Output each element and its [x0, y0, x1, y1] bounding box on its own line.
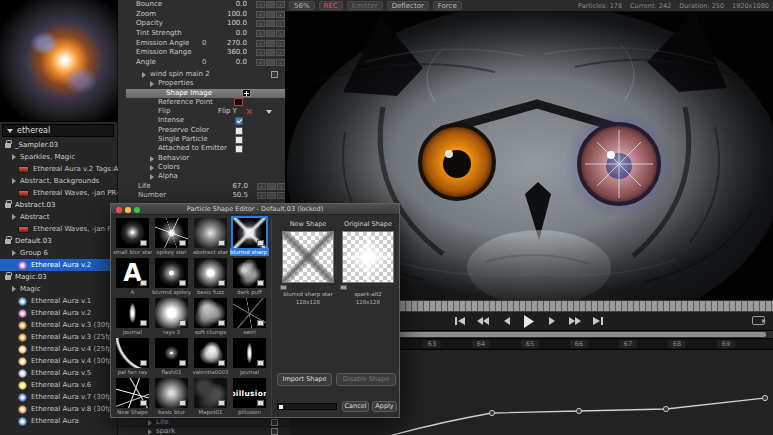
value-stepper[interactable]: ‹›	[256, 59, 285, 66]
value-stepper[interactable]: ‹›	[256, 49, 285, 56]
shape-thumbnail-cell[interactable]: journal	[113, 297, 152, 337]
shape-thumbnail-cell[interactable]: basic fuzz	[191, 257, 230, 297]
tree-group-row[interactable]: Colors	[118, 163, 290, 172]
library-item[interactable]: Ethereal Waves, -jan PR-.	[0, 223, 118, 235]
library-item[interactable]: Ethereal Aura v.2 Tags:Abstract, Mag	[0, 163, 118, 175]
caret-icon[interactable]	[150, 156, 154, 162]
shape-thumbnail-cell[interactable]: rays 3	[152, 297, 191, 337]
library-item[interactable]: Abstract	[0, 211, 118, 223]
tree-group-row[interactable]: Alpha	[118, 172, 290, 181]
property-value[interactable]: 270.0	[227, 39, 247, 49]
library-item[interactable]: Group 6	[0, 247, 118, 259]
shape-image-icon[interactable]	[242, 89, 251, 97]
library-item[interactable]: Magic.03	[0, 271, 118, 283]
library-item[interactable]: Ethereal Aura v.4 (25fps)	[0, 343, 118, 355]
library-item[interactable]: Ethereal Aura v.5	[0, 367, 118, 379]
toolbar-button[interactable]: Emitter	[347, 1, 383, 10]
rewind-button[interactable]	[476, 314, 490, 328]
caret-icon[interactable]	[150, 174, 154, 180]
fast-forward-button[interactable]	[568, 314, 582, 328]
properties-node[interactable]: Properties	[118, 79, 290, 88]
shape-thumbnail-cell[interactable]: Mapet01	[191, 377, 230, 417]
caret-icon[interactable]	[148, 429, 152, 435]
shape-thumbnail-cell[interactable]: soft clumps	[191, 297, 230, 337]
maximize-icon[interactable]	[134, 207, 140, 213]
shape-thumbnail-cell[interactable]: valentia0003	[191, 337, 230, 377]
library-item[interactable]: Ethereal Aura v.8 (30fps)	[0, 403, 118, 415]
loop-button[interactable]	[752, 316, 765, 325]
library-item[interactable]: Ethereal Aura v.1	[0, 295, 118, 307]
library-item[interactable]: Sparkles, Magic	[0, 151, 118, 163]
shape-image-row[interactable]: Shape Image	[126, 89, 290, 98]
zoom-level-button[interactable]: 56%	[289, 1, 315, 10]
caret-icon[interactable]	[142, 72, 146, 78]
library-item[interactable]: Ethereal Aura v.3 (25fps)	[0, 331, 118, 343]
record-button[interactable]: REC	[319, 1, 343, 10]
shape-thumbnail-cell[interactable]: flash01	[152, 337, 191, 377]
property-value[interactable]: 360.0	[227, 48, 247, 58]
property-value[interactable]: 100.0	[227, 19, 247, 29]
caret-icon[interactable]	[150, 165, 154, 171]
graph-keyframe-point[interactable]	[576, 408, 581, 413]
graph-keyframe-point[interactable]	[663, 406, 668, 411]
shape-thumbnail-cell[interactable]: A A	[113, 257, 152, 297]
property-value[interactable]: 0.0	[236, 0, 247, 10]
value-stepper[interactable]: ‹›	[256, 30, 285, 37]
play-button[interactable]	[522, 314, 536, 328]
checkbox[interactable]	[235, 127, 243, 135]
shape-thumbnail-cell[interactable]: spikey star	[152, 217, 191, 257]
library-item[interactable]: Abstract.03	[0, 199, 118, 211]
graph-keyframe-point[interactable]	[762, 395, 767, 400]
value-stepper[interactable]: ‹›	[256, 20, 285, 27]
minimize-icon[interactable]	[125, 207, 131, 213]
dialog-titlebar[interactable]: Particle Shape Editor - Default.03 (lock…	[111, 204, 399, 215]
go-to-start-button[interactable]	[453, 314, 467, 328]
emitter-node[interactable]: wind spin main 2	[118, 70, 290, 79]
shape-thumbnail-cell[interactable]: blurred spikey star	[152, 257, 191, 297]
shape-thumbnail-cell[interactable]: swirl	[230, 297, 269, 337]
shape-thumbnail-cell[interactable]: small blur star	[113, 217, 152, 257]
toolbar-button[interactable]: Force	[433, 1, 462, 10]
library-item[interactable]: Ethereal Aura v.2	[0, 259, 118, 271]
library-item[interactable]: Ethereal Aura v.2	[0, 307, 118, 319]
close-icon[interactable]	[116, 207, 122, 213]
toolbar-button[interactable]: Deflector	[387, 1, 429, 10]
import-shape-button[interactable]: Import Shape	[277, 373, 332, 386]
property-value[interactable]: 0.0	[236, 29, 247, 39]
shape-thumbnail-cell[interactable]: New Shape	[113, 377, 152, 417]
graph-keyframe-point[interactable]	[489, 410, 494, 415]
value-stepper[interactable]: ‹›	[256, 40, 285, 47]
tree-group-row[interactable]: Behavior	[118, 154, 290, 163]
shape-thumbnail-cell[interactable]: journal	[230, 337, 269, 377]
library-item[interactable]: Ethereal Aura	[0, 415, 118, 427]
library-item[interactable]: Ethereal Aura v.4 (30fps)	[0, 355, 118, 367]
apply-button[interactable]: Apply	[372, 401, 397, 412]
library-item[interactable]: _Sampler.03	[0, 139, 118, 151]
library-item[interactable]: Ethereal Waves, -jan PR-. Tags:Abst	[0, 187, 118, 199]
filter-dropdown-icon[interactable]	[7, 129, 13, 133]
library-item[interactable]: Ethereal Aura v.6	[0, 379, 118, 391]
library-item[interactable]: Ethereal Aura v.7 (30fps)	[0, 391, 118, 403]
step-forward-button[interactable]	[545, 314, 559, 328]
property-value[interactable]: 0.0	[236, 58, 247, 68]
shape-thumbnail-cell[interactable]: pillusion pillusion	[230, 377, 269, 417]
step-back-button[interactable]	[499, 314, 513, 328]
shape-thumbnail-cell[interactable]: pal fan ray	[113, 337, 152, 377]
number-value[interactable]: 50.5	[232, 191, 248, 201]
life-value[interactable]: 67.0	[232, 182, 248, 192]
reference-point-row[interactable]: Reference Point	[118, 98, 290, 107]
graph-track-row[interactable]: Life	[118, 417, 290, 426]
library-item[interactable]: Magic	[0, 283, 118, 295]
filter-text[interactable]: ethereal	[17, 126, 50, 135]
graph-track-row[interactable]: spark	[118, 426, 290, 435]
shape-thumbnail-cell[interactable]: abstract star	[191, 217, 230, 257]
value-stepper[interactable]: ‹›	[256, 1, 285, 8]
flip-value[interactable]: Flip Y	[218, 107, 237, 116]
library-item[interactable]: Default.03	[0, 235, 118, 247]
checkbox[interactable]	[235, 145, 243, 153]
library-item[interactable]: Ethereal Aura v.3 (30fps)	[0, 319, 118, 331]
checkbox[interactable]	[235, 136, 243, 144]
value-stepper[interactable]: ‹›	[256, 11, 285, 18]
shape-thumbnail-cell[interactable]: basic blur	[152, 377, 191, 417]
library-filter[interactable]: ethereal	[2, 124, 114, 137]
